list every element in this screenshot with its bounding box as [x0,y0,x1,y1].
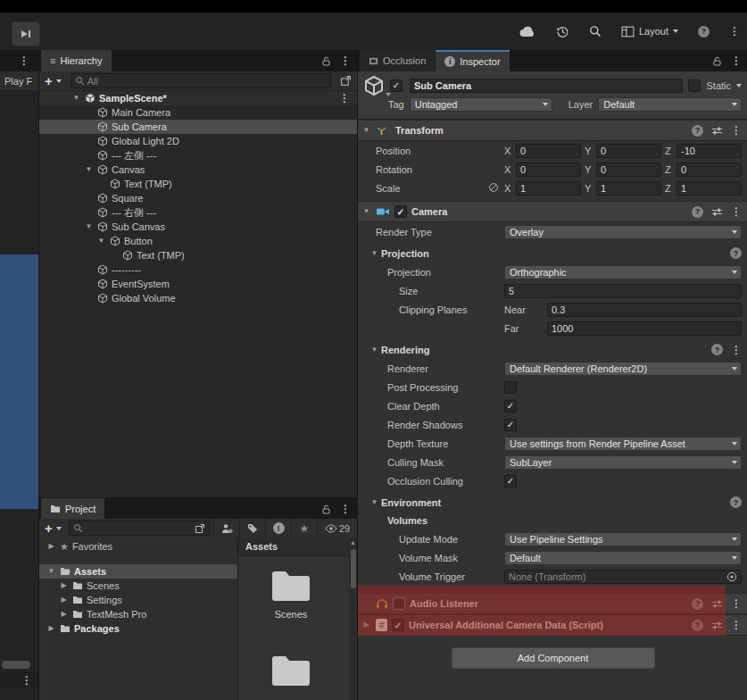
hierarchy-row[interactable]: ▼ Sub Canvas [39,220,357,234]
checkbox[interactable]: ✓ [392,619,404,631]
tab-inspector[interactable]: i Inspector [436,50,509,71]
gameobject-name-field[interactable]: Sub Camera [410,79,683,93]
project-search-input[interactable] [69,521,210,536]
help-icon[interactable]: ? [711,344,723,355]
foldout-arrow-icon[interactable]: ▶ [46,625,56,632]
open-new-window-icon[interactable] [340,75,352,87]
foldout-arrow-icon[interactable]: ▼ [369,250,379,257]
help-icon[interactable]: ? [692,125,703,137]
rotation-z-field[interactable]: 0 [676,162,742,177]
culling-mask-dropdown[interactable]: SubLayer [504,455,742,470]
hierarchy-row[interactable]: --- 右側 --- [39,205,357,220]
presets-icon[interactable] [711,621,723,630]
foldout-arrow-icon[interactable]: ▼ [71,95,81,102]
volume-mask-dropdown[interactable]: Default [504,551,742,565]
tab-occlusion[interactable]: Occlusion [360,50,435,71]
hierarchy-row[interactable]: Main Camera [39,105,357,120]
lock-icon[interactable] [321,504,331,514]
update-mode-dropdown[interactable]: Use Pipeline Settings [504,532,742,546]
project-create-caret-icon[interactable] [56,527,62,530]
object-picker-icon[interactable] [726,571,737,582]
lock-icon[interactable] [321,55,331,66]
foldout-arrow-icon[interactable]: ▶ [46,543,56,550]
component-header-audio-listener[interactable]: Audio Listener ?⋮ [358,593,747,614]
component-header-universal-additional-camera-data[interactable]: ▶#✓ Universal Additional Camera Data (Sc… [358,614,747,636]
camera-header[interactable]: ▼ ✓ Camera ?⋮ [358,201,747,222]
search-importance-button[interactable]: ! [265,519,291,538]
vertical-scrollbar[interactable]: ▲ [349,538,357,700]
position-y-field[interactable]: 0 [596,144,661,158]
search-by-type-button[interactable] [213,519,239,538]
section-rendering[interactable]: ▼ Rendering ?⋮ [358,338,747,359]
section-projection[interactable]: ▼ Projection ? [358,241,747,262]
checkbox[interactable] [688,79,701,92]
project-create-button[interactable]: + [45,521,53,535]
projection-dropdown[interactable]: Orthographic [504,265,742,279]
asset-tile[interactable]: Scenes [238,568,344,620]
link-broken-icon[interactable] [488,182,499,193]
project-tree-row[interactable]: ▶ Scenes [39,579,237,593]
project-tree-row[interactable]: ▶ ★ Favorites [39,539,237,554]
kebab-icon[interactable]: ⋮ [731,620,742,630]
foldout-arrow-icon[interactable]: ▼ [84,166,94,173]
hierarchy-row[interactable]: --- 左側 --- [39,148,357,162]
inspector-kebab-icon[interactable]: ⋮ [731,55,742,66]
scale-x-field[interactable]: 1 [516,181,581,196]
presets-icon[interactable] [711,126,723,136]
bottom-kebab-icon[interactable]: ⋮ [21,675,32,686]
checkbox[interactable]: ✓ [504,419,517,431]
scale-y-field[interactable]: 1 [596,181,661,196]
checkbox[interactable]: ✓ [390,79,403,92]
hierarchy-row[interactable]: ▼ Canvas [39,162,357,177]
checkbox[interactable]: ✓ [504,400,517,412]
hierarchy-row[interactable]: Global Volume [39,291,357,305]
foldout-arrow-icon[interactable]: ▶ [59,611,69,618]
scrollbar-thumb[interactable] [351,549,356,588]
help-icon[interactable]: ? [692,206,703,218]
hierarchy-row[interactable]: ▼ SampleScene*⋮ [39,91,357,105]
foldout-arrow-icon[interactable]: ▼ [361,208,371,215]
foldout-arrow-icon[interactable]: ▼ [369,499,379,506]
kebab-icon[interactable]: ⋮ [731,598,742,609]
help-icon[interactable]: ? [692,598,703,610]
create-caret-icon[interactable] [56,79,62,83]
add-component-button[interactable]: Add Component [452,647,655,669]
foldout-arrow-icon[interactable]: ▼ [46,568,56,575]
open-new-window-icon[interactable] [195,523,205,534]
hierarchy-row[interactable]: EventSystem [39,277,357,291]
project-tree-row[interactable]: ▶ Settings [39,593,237,607]
foldout-arrow-icon[interactable]: ▶ [59,582,69,589]
tag-dropdown[interactable]: Untagged [410,97,552,112]
search-by-label-button[interactable] [239,519,265,538]
project-kebab-icon[interactable]: ⋮ [340,504,351,514]
project-tree-row[interactable]: ▶ TextMesh Pro [39,607,237,621]
volume-trigger-object-field[interactable]: None (Transform) [504,570,742,584]
undo-history-icon[interactable] [556,25,569,38]
hierarchy-kebab-icon[interactable]: ⋮ [340,55,351,66]
hierarchy-row[interactable]: Sub Camera [39,120,357,134]
hierarchy-row[interactable]: Square [39,191,357,205]
hierarchy-row[interactable]: ▼ Button [39,234,357,248]
kebab-icon[interactable]: ⋮ [731,345,742,355]
foldout-arrow-icon[interactable]: ▶ [59,596,69,604]
position-z-field[interactable]: -10 [676,144,742,158]
horizontal-scrollbar[interactable] [2,661,30,669]
render-type-dropdown[interactable]: Overlay [504,225,742,239]
rotation-y-field[interactable]: 0 [596,162,661,177]
checkbox[interactable] [504,381,517,394]
project-tree-row[interactable]: ▼ Assets [39,564,237,579]
tab-project[interactable]: Project [41,498,104,519]
foldout-arrow-icon[interactable]: ▼ [361,127,371,134]
cloud-icon[interactable] [519,26,536,38]
rotation-x-field[interactable]: 0 [516,162,581,177]
static-caret-icon[interactable] [736,84,742,88]
kebab-icon[interactable]: ⋮ [731,125,742,136]
create-button[interactable]: + [45,74,53,88]
favorites-star-button[interactable]: ★ [291,519,317,538]
checkbox[interactable] [393,597,405,610]
scene-kebab-icon[interactable]: ⋮ [339,93,350,104]
project-tree-row[interactable]: ▶ Packages [39,621,237,636]
scale-z-field[interactable]: 1 [676,181,742,196]
position-x-field[interactable]: 0 [516,144,581,158]
foldout-arrow-icon[interactable]: ▼ [84,223,94,230]
